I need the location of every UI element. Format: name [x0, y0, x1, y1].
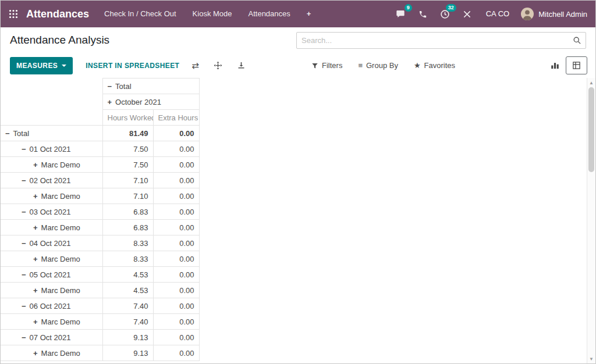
pivot-cell[interactable]: 0.00: [153, 126, 199, 141]
download-button[interactable]: [235, 59, 248, 72]
scrollbar-thumb[interactable]: [588, 87, 594, 172]
pivot-row-header[interactable]: +Marc Demo: [1, 251, 102, 267]
pivot-cell[interactable]: 4.53: [102, 267, 153, 283]
pivot-row-header[interactable]: +Marc Demo: [1, 188, 102, 204]
bar-chart-icon: [551, 61, 559, 70]
pivot-cell[interactable]: 81.49: [102, 126, 153, 141]
collapse-icon[interactable]: −: [22, 302, 26, 311]
pivot-cell[interactable]: 6.83: [102, 220, 153, 235]
pivot-row: −05 Oct 20214.530.00: [1, 267, 199, 283]
vertical-scrollbar[interactable]: ▲ ▼: [587, 78, 595, 363]
pivot-cell[interactable]: 4.53: [102, 283, 153, 298]
pivot-row-header[interactable]: +Marc Demo: [1, 157, 102, 173]
pivot-body: −Total81.490.00−01 Oct 20217.500.00+Marc…: [1, 126, 199, 361]
scroll-down-arrow[interactable]: ▼: [587, 355, 595, 363]
pivot-measure-hours-worked[interactable]: Hours Worked: [102, 110, 153, 126]
pivot-cell[interactable]: 0.00: [153, 204, 199, 220]
pivot-row-header[interactable]: −Total: [1, 126, 102, 141]
apps-menu-button[interactable]: [1, 1, 25, 27]
pivot-cell[interactable]: 7.40: [102, 314, 153, 330]
pivot-cell[interactable]: 7.50: [102, 157, 153, 173]
avatar: [521, 8, 534, 20]
pivot-cell[interactable]: 0.00: [153, 157, 199, 173]
search-input[interactable]: [297, 36, 586, 45]
tools-button[interactable]: [456, 1, 478, 27]
pivot-cell[interactable]: 9.13: [102, 345, 153, 361]
menu-plus-button[interactable]: +: [299, 1, 320, 27]
graph-view-button[interactable]: [544, 56, 566, 74]
pivot-cell[interactable]: 7.10: [102, 173, 153, 188]
pivot-row-header[interactable]: −06 Oct 2021: [1, 298, 102, 314]
pivot-row-header[interactable]: −04 Oct 2021: [1, 235, 102, 251]
expand-icon[interactable]: +: [33, 286, 38, 295]
pivot-row-header[interactable]: −03 Oct 2021: [1, 204, 102, 220]
pivot-row-header[interactable]: +Marc Demo: [1, 283, 102, 298]
menu-kiosk-mode[interactable]: Kiosk Mode: [185, 1, 240, 27]
expand-icon[interactable]: +: [108, 98, 112, 106]
collapse-icon[interactable]: −: [22, 208, 26, 216]
activities-button[interactable]: 32: [434, 1, 456, 27]
pivot-row-header[interactable]: +Marc Demo: [1, 314, 102, 330]
pivot-cell[interactable]: 7.40: [102, 298, 153, 314]
pivot-cell[interactable]: 0.00: [153, 188, 199, 204]
collapse-icon[interactable]: −: [22, 333, 26, 342]
expand-icon[interactable]: +: [33, 349, 38, 358]
company-switcher[interactable]: CA CO: [478, 1, 517, 27]
measures-button[interactable]: MEASURES: [10, 57, 73, 74]
collapse-icon[interactable]: −: [22, 176, 26, 185]
pivot-row-label: 06 Oct 2021: [30, 302, 71, 311]
pivot-cell[interactable]: 0.00: [153, 220, 199, 235]
pivot-col-header-total[interactable]: −Total: [102, 78, 199, 94]
pivot-measure-extra-hours[interactable]: Extra Hours: [153, 110, 199, 126]
pivot-cell[interactable]: 8.33: [102, 251, 153, 267]
pivot-cell[interactable]: 8.33: [102, 235, 153, 251]
pivot-cell[interactable]: 7.50: [102, 141, 153, 157]
pivot-cell[interactable]: 0.00: [153, 298, 199, 314]
pivot-cell[interactable]: 0.00: [153, 235, 199, 251]
expand-icon[interactable]: +: [33, 223, 38, 232]
expand-icon[interactable]: +: [33, 317, 38, 326]
pivot-cell[interactable]: 0.00: [153, 330, 199, 345]
messages-button[interactable]: 9: [389, 1, 412, 27]
app-title[interactable]: Attendances: [25, 8, 96, 20]
pivot-cell[interactable]: 0.00: [153, 267, 199, 283]
pivot-cell[interactable]: 0.00: [153, 345, 199, 361]
collapse-icon[interactable]: −: [22, 270, 26, 279]
pivot-row-header[interactable]: −05 Oct 2021: [1, 267, 102, 283]
pivot-row-header[interactable]: −01 Oct 2021: [1, 141, 102, 157]
flip-axis-button[interactable]: ⇄: [189, 58, 201, 73]
pivot-cell[interactable]: 0.00: [153, 173, 199, 188]
pivot-row-header[interactable]: −02 Oct 2021: [1, 173, 102, 188]
menu-check-in-check-out[interactable]: Check In / Check Out: [96, 1, 185, 27]
pivot-view-button[interactable]: [566, 56, 587, 74]
pivot-row-header[interactable]: −07 Oct 2021: [1, 330, 102, 345]
pivot-cell[interactable]: 0.00: [153, 283, 199, 298]
pivot-cell[interactable]: 0.00: [153, 141, 199, 157]
pivot-row-header[interactable]: +Marc Demo: [1, 220, 102, 235]
favorites-button[interactable]: ★ Favorites: [414, 61, 455, 70]
collapse-icon[interactable]: −: [22, 145, 26, 154]
pivot-col-header-october-2021[interactable]: +October 2021: [102, 94, 199, 110]
expand-icon[interactable]: +: [33, 192, 38, 201]
pivot-cell[interactable]: 9.13: [102, 330, 153, 345]
menu-attendances[interactable]: Attendances: [240, 1, 299, 27]
pivot-cell[interactable]: 6.83: [102, 204, 153, 220]
collapse-icon[interactable]: −: [5, 129, 10, 138]
phone-button[interactable]: [412, 1, 434, 27]
search-box[interactable]: [296, 32, 586, 49]
search-icon[interactable]: [573, 36, 581, 45]
expand-all-button[interactable]: [211, 59, 225, 72]
expand-icon[interactable]: +: [33, 255, 38, 263]
user-menu[interactable]: Mitchell Admin: [517, 8, 595, 20]
collapse-icon[interactable]: −: [22, 239, 26, 248]
expand-icon[interactable]: +: [33, 160, 38, 169]
pivot-cell[interactable]: 0.00: [153, 314, 199, 330]
scroll-up-arrow[interactable]: ▲: [587, 78, 595, 87]
insert-in-spreadsheet-button[interactable]: INSERT IN SPREADSHEET: [86, 62, 179, 70]
collapse-icon[interactable]: −: [108, 82, 112, 91]
group-by-button[interactable]: ≡ Group By: [358, 61, 398, 70]
pivot-row-header[interactable]: +Marc Demo: [1, 345, 102, 361]
filters-button[interactable]: Filters: [311, 61, 342, 70]
pivot-cell[interactable]: 0.00: [153, 251, 199, 267]
pivot-cell[interactable]: 7.10: [102, 188, 153, 204]
